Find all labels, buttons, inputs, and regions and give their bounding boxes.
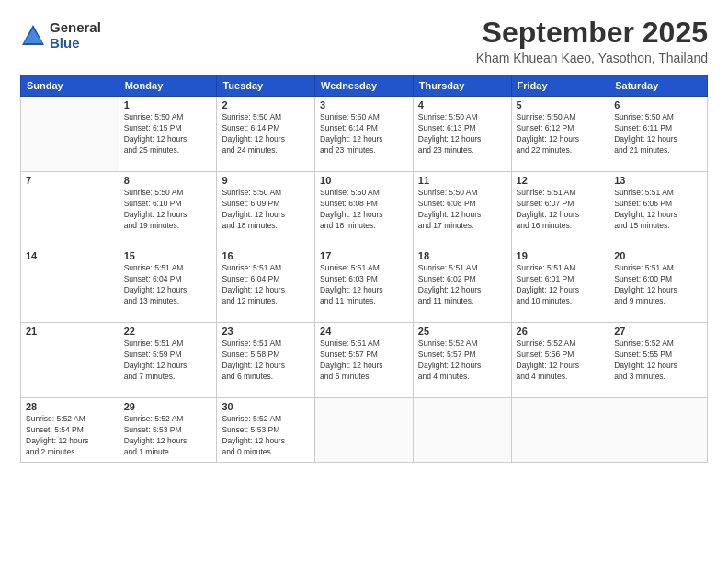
day-number: 29	[124, 401, 212, 412]
table-row	[609, 398, 708, 463]
table-row: 3Sunrise: 5:50 AMSunset: 6:14 PMDaylight…	[315, 97, 414, 172]
table-row	[315, 398, 414, 463]
table-row: 8Sunrise: 5:50 AMSunset: 6:10 PMDaylight…	[119, 172, 217, 247]
day-number: 5	[517, 99, 605, 110]
col-tuesday: Tuesday	[217, 75, 315, 97]
svg-marker-1	[24, 29, 42, 43]
table-row: 15Sunrise: 5:51 AMSunset: 6:04 PMDayligh…	[119, 247, 217, 323]
location: Kham Khuean Kaeo, Yasothon, Thailand	[476, 51, 708, 65]
day-number: 27	[614, 326, 702, 337]
day-detail: Sunrise: 5:51 AMSunset: 5:58 PMDaylight:…	[222, 339, 310, 383]
table-row: 7	[21, 172, 119, 247]
table-row: 30Sunrise: 5:52 AMSunset: 5:53 PMDayligh…	[217, 398, 315, 463]
day-number: 23	[222, 326, 310, 337]
day-detail: Sunrise: 5:50 AMSunset: 6:15 PMDaylight:…	[124, 112, 212, 156]
day-detail: Sunrise: 5:51 AMSunset: 5:57 PMDaylight:…	[320, 339, 408, 383]
day-number: 2	[222, 99, 310, 110]
calendar-row: 28Sunrise: 5:52 AMSunset: 5:54 PMDayligh…	[21, 398, 708, 463]
table-row: 20Sunrise: 5:51 AMSunset: 6:00 PMDayligh…	[609, 247, 708, 323]
day-detail: Sunrise: 5:51 AMSunset: 6:04 PMDaylight:…	[222, 263, 310, 307]
table-row: 27Sunrise: 5:52 AMSunset: 5:55 PMDayligh…	[609, 323, 708, 398]
col-wednesday: Wednesday	[315, 75, 414, 97]
calendar-row: 1415Sunrise: 5:51 AMSunset: 6:04 PMDayli…	[21, 247, 708, 323]
table-row: 5Sunrise: 5:50 AMSunset: 6:12 PMDaylight…	[511, 97, 609, 172]
day-detail: Sunrise: 5:50 AMSunset: 6:13 PMDaylight:…	[418, 112, 506, 156]
day-detail: Sunrise: 5:50 AMSunset: 6:10 PMDaylight:…	[124, 188, 212, 232]
title-block: September 2025 Kham Khuean Kaeo, Yasotho…	[476, 17, 708, 65]
day-detail: Sunrise: 5:51 AMSunset: 6:07 PMDaylight:…	[517, 188, 605, 232]
day-number: 10	[320, 175, 408, 186]
logo-icon	[20, 23, 46, 49]
table-row	[413, 398, 511, 463]
day-number: 7	[26, 175, 114, 186]
day-number: 9	[222, 175, 310, 186]
header-row: Sunday Monday Tuesday Wednesday Thursday…	[21, 75, 708, 97]
day-detail: Sunrise: 5:52 AMSunset: 5:53 PMDaylight:…	[222, 414, 310, 458]
day-number: 25	[418, 326, 506, 337]
day-number: 4	[418, 99, 506, 110]
day-detail: Sunrise: 5:51 AMSunset: 6:03 PMDaylight:…	[320, 263, 408, 307]
table-row: 24Sunrise: 5:51 AMSunset: 5:57 PMDayligh…	[315, 323, 414, 398]
day-detail: Sunrise: 5:51 AMSunset: 6:01 PMDaylight:…	[517, 263, 605, 307]
table-row: 16Sunrise: 5:51 AMSunset: 6:04 PMDayligh…	[217, 247, 315, 323]
day-number: 28	[26, 401, 114, 412]
day-detail: Sunrise: 5:50 AMSunset: 6:08 PMDaylight:…	[320, 188, 408, 232]
table-row: 23Sunrise: 5:51 AMSunset: 5:58 PMDayligh…	[217, 323, 315, 398]
month-title: September 2025	[476, 17, 708, 49]
day-detail: Sunrise: 5:50 AMSunset: 6:14 PMDaylight:…	[320, 112, 408, 156]
day-number: 1	[124, 99, 212, 110]
table-row: 28Sunrise: 5:52 AMSunset: 5:54 PMDayligh…	[21, 398, 119, 463]
day-number: 20	[614, 250, 702, 261]
day-number: 18	[418, 250, 506, 261]
day-detail: Sunrise: 5:51 AMSunset: 6:02 PMDaylight:…	[418, 263, 506, 307]
day-number: 14	[26, 250, 114, 261]
table-row	[21, 97, 119, 172]
table-row: 6Sunrise: 5:50 AMSunset: 6:11 PMDaylight…	[609, 97, 708, 172]
table-row: 17Sunrise: 5:51 AMSunset: 6:03 PMDayligh…	[315, 247, 414, 323]
day-number: 19	[517, 250, 605, 261]
day-detail: Sunrise: 5:51 AMSunset: 6:04 PMDaylight:…	[124, 263, 212, 307]
col-thursday: Thursday	[413, 75, 511, 97]
table-row: 10Sunrise: 5:50 AMSunset: 6:08 PMDayligh…	[315, 172, 414, 247]
col-friday: Friday	[511, 75, 609, 97]
logo-blue: Blue	[50, 36, 101, 52]
day-detail: Sunrise: 5:52 AMSunset: 5:53 PMDaylight:…	[124, 414, 212, 458]
day-detail: Sunrise: 5:51 AMSunset: 5:59 PMDaylight:…	[124, 339, 212, 383]
day-detail: Sunrise: 5:50 AMSunset: 6:11 PMDaylight:…	[614, 112, 702, 156]
table-row: 26Sunrise: 5:52 AMSunset: 5:56 PMDayligh…	[511, 323, 609, 398]
table-row: 2Sunrise: 5:50 AMSunset: 6:14 PMDaylight…	[217, 97, 315, 172]
calendar-row: 78Sunrise: 5:50 AMSunset: 6:10 PMDayligh…	[21, 172, 708, 247]
day-detail: Sunrise: 5:50 AMSunset: 6:09 PMDaylight:…	[222, 188, 310, 232]
logo-general: General	[50, 20, 101, 36]
col-monday: Monday	[119, 75, 217, 97]
day-number: 6	[614, 99, 702, 110]
day-number: 11	[418, 175, 506, 186]
day-number: 15	[124, 250, 212, 261]
day-number: 8	[124, 175, 212, 186]
day-detail: Sunrise: 5:51 AMSunset: 6:00 PMDaylight:…	[614, 263, 702, 307]
table-row: 22Sunrise: 5:51 AMSunset: 5:59 PMDayligh…	[119, 323, 217, 398]
table-row: 18Sunrise: 5:51 AMSunset: 6:02 PMDayligh…	[413, 247, 511, 323]
header: General Blue September 2025 Kham Khuean …	[20, 17, 708, 65]
day-number: 12	[517, 175, 605, 186]
table-row: 12Sunrise: 5:51 AMSunset: 6:07 PMDayligh…	[511, 172, 609, 247]
day-number: 3	[320, 99, 408, 110]
table-row: 14	[21, 247, 119, 323]
table-row: 4Sunrise: 5:50 AMSunset: 6:13 PMDaylight…	[413, 97, 511, 172]
col-saturday: Saturday	[609, 75, 708, 97]
day-detail: Sunrise: 5:52 AMSunset: 5:57 PMDaylight:…	[418, 339, 506, 383]
logo-text: General Blue	[50, 20, 101, 51]
day-number: 24	[320, 326, 408, 337]
day-number: 17	[320, 250, 408, 261]
table-row	[511, 398, 609, 463]
day-detail: Sunrise: 5:50 AMSunset: 6:12 PMDaylight:…	[517, 112, 605, 156]
day-detail: Sunrise: 5:50 AMSunset: 6:08 PMDaylight:…	[418, 188, 506, 232]
day-detail: Sunrise: 5:50 AMSunset: 6:14 PMDaylight:…	[222, 112, 310, 156]
table-row: 9Sunrise: 5:50 AMSunset: 6:09 PMDaylight…	[217, 172, 315, 247]
table-row: 13Sunrise: 5:51 AMSunset: 6:06 PMDayligh…	[609, 172, 708, 247]
calendar-row: 1Sunrise: 5:50 AMSunset: 6:15 PMDaylight…	[21, 97, 708, 172]
table-row: 19Sunrise: 5:51 AMSunset: 6:01 PMDayligh…	[511, 247, 609, 323]
table-row: 25Sunrise: 5:52 AMSunset: 5:57 PMDayligh…	[413, 323, 511, 398]
calendar: Sunday Monday Tuesday Wednesday Thursday…	[20, 75, 708, 463]
table-row: 21	[21, 323, 119, 398]
